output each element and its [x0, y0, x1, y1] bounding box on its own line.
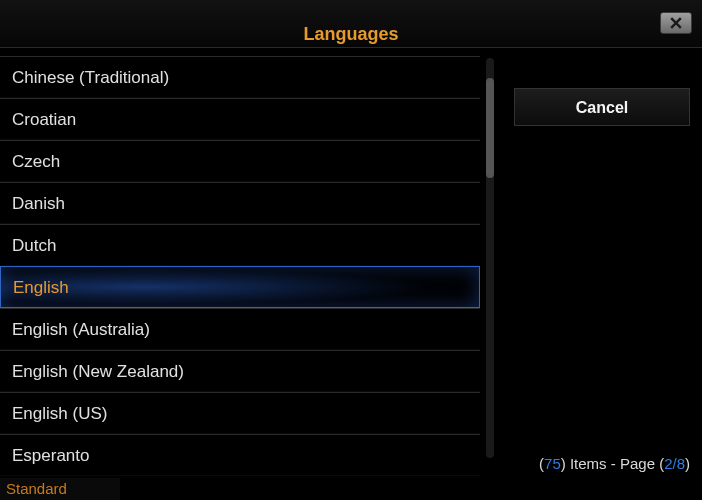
side-panel: Cancel — [514, 58, 690, 126]
language-item[interactable]: Dutch — [0, 224, 480, 266]
language-item[interactable]: Chinese (Traditional) — [0, 56, 480, 98]
page-indicator: 2/8 — [664, 455, 685, 472]
pagination-info: (75) Items - Page (2/8) — [539, 455, 690, 472]
dialog-title: Languages — [0, 24, 702, 45]
language-item[interactable]: Croatian — [0, 98, 480, 140]
item-count: 75 — [544, 455, 561, 472]
language-list: Chinese (Traditional)CroatianCzechDanish… — [0, 56, 480, 476]
language-item[interactable]: English — [0, 266, 480, 308]
dialog-body: Chinese (Traditional)CroatianCzechDanish… — [0, 48, 702, 500]
language-item[interactable]: English (New Zealand) — [0, 350, 480, 392]
language-item[interactable]: English (Australia) — [0, 308, 480, 350]
scrollbar[interactable] — [486, 58, 494, 458]
cancel-button[interactable]: Cancel — [514, 88, 690, 126]
language-list-container: Chinese (Traditional)CroatianCzechDanish… — [0, 56, 480, 500]
close-icon — [670, 17, 682, 29]
language-item[interactable]: Danish — [0, 182, 480, 224]
language-item[interactable]: English (US) — [0, 392, 480, 434]
close-button[interactable] — [660, 12, 692, 34]
title-bar: Languages — [0, 0, 702, 48]
scrollbar-thumb[interactable] — [486, 78, 494, 178]
status-label: Standard — [0, 478, 120, 500]
language-item[interactable]: Esperanto — [0, 434, 480, 476]
language-item[interactable]: Czech — [0, 140, 480, 182]
